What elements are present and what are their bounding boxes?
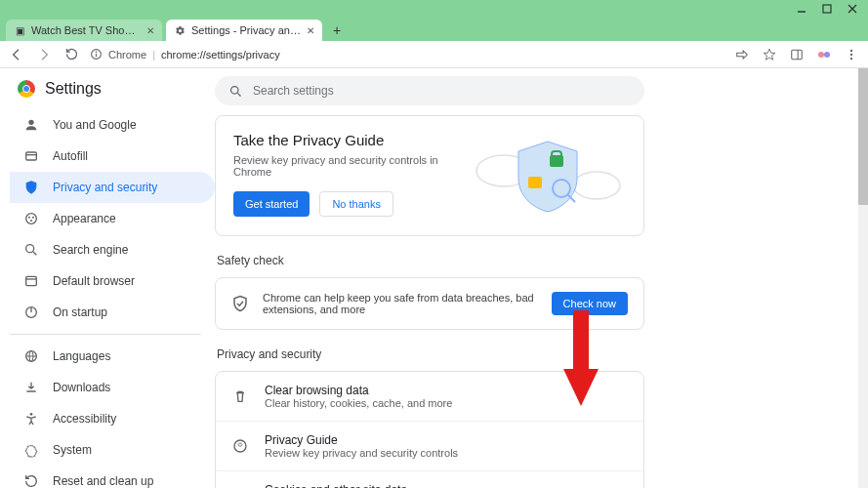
shield-check-icon <box>231 295 249 312</box>
svg-rect-0 <box>823 5 831 13</box>
nav-system[interactable]: System <box>10 434 215 466</box>
svg-point-18 <box>26 245 34 253</box>
nav-label: Accessibility <box>53 412 201 426</box>
omnibox-chip: Chrome <box>108 49 146 61</box>
window-minimize-button[interactable] <box>794 1 809 17</box>
row-cookies[interactable]: Cookies and other site data Third-party … <box>216 471 643 488</box>
svg-rect-3 <box>96 54 97 57</box>
get-started-button[interactable]: Get started <box>233 191 310 217</box>
svg-point-7 <box>824 52 830 58</box>
new-tab-button[interactable]: + <box>326 20 348 41</box>
share-icon[interactable] <box>733 46 751 63</box>
reload-button[interactable] <box>62 46 80 63</box>
nav-downloads[interactable]: Downloads <box>10 372 215 403</box>
nav-label: Default browser <box>53 274 201 288</box>
nav-label: Downloads <box>53 381 201 394</box>
row-privacy-guide[interactable]: Privacy Guide Review key privacy and sec… <box>216 422 643 471</box>
privacy-security-heading: Privacy and security <box>217 347 646 361</box>
window-close-button[interactable] <box>845 1 860 17</box>
power-icon <box>23 305 39 320</box>
svg-line-31 <box>237 93 240 96</box>
svg-point-6 <box>818 52 824 58</box>
settings-search[interactable] <box>215 76 644 105</box>
browser-menu-button[interactable] <box>843 46 860 63</box>
svg-point-17 <box>30 220 32 222</box>
nav-autofill[interactable]: Autofill <box>10 141 215 172</box>
tab-close-icon[interactable]: ✕ <box>307 25 314 36</box>
svg-point-14 <box>26 214 37 224</box>
tab-title: Settings - Privacy and security <box>191 24 301 36</box>
check-now-button[interactable]: Check now <box>552 292 628 315</box>
row-title: Clear browsing data <box>265 384 628 397</box>
settings-title: Settings <box>45 80 102 98</box>
tab-close-icon[interactable]: ✕ <box>146 25 154 36</box>
nav-languages[interactable]: Languages <box>10 341 215 372</box>
system-icon <box>23 442 39 458</box>
forward-button[interactable] <box>35 46 53 63</box>
nav-label: Reset and clean up <box>53 474 201 488</box>
svg-line-19 <box>33 252 36 255</box>
nav-search-engine[interactable]: Search engine <box>10 234 215 265</box>
browser-tab-1[interactable]: ▣ Watch Best TV Shows, Serials, S… ✕ <box>6 20 162 41</box>
window-maximize-button[interactable] <box>819 1 835 17</box>
safety-check-heading: Safety check <box>217 254 646 267</box>
svg-rect-36 <box>528 177 542 188</box>
nav-privacy-security[interactable]: Privacy and security <box>10 172 215 203</box>
svg-point-9 <box>850 53 852 55</box>
row-title: Cookies and other site data <box>265 483 628 488</box>
svg-rect-4 <box>792 50 803 59</box>
site-info-icon[interactable] <box>90 48 103 61</box>
bookmark-icon[interactable] <box>761 46 778 63</box>
svg-point-15 <box>28 217 30 219</box>
nav-label: On startup <box>53 305 201 319</box>
privacy-guide-promo: Take the Privacy Guide Review key privac… <box>215 115 644 236</box>
nav-divider <box>10 334 201 335</box>
browser-tabstrip: ▣ Watch Best TV Shows, Serials, S… ✕ Set… <box>0 18 868 41</box>
window-titlebar <box>0 0 868 18</box>
download-icon <box>23 380 39 395</box>
side-panel-icon[interactable] <box>788 46 806 63</box>
svg-point-8 <box>850 49 852 51</box>
settings-favicon-icon <box>174 24 186 36</box>
nav-default-browser[interactable]: Default browser <box>10 265 215 297</box>
nav-label: You and Google <box>53 118 201 132</box>
autofill-icon <box>23 148 39 164</box>
browser-icon <box>23 273 39 289</box>
svg-point-16 <box>32 217 34 219</box>
row-title: Privacy Guide <box>265 433 628 447</box>
svg-point-10 <box>850 57 852 59</box>
row-clear-browsing-data[interactable]: Clear browsing data Clear history, cooki… <box>216 372 643 422</box>
svg-rect-12 <box>26 152 37 160</box>
nav-label: Languages <box>53 349 201 363</box>
person-icon <box>23 117 39 133</box>
settings-search-input[interactable] <box>253 84 631 98</box>
svg-point-30 <box>231 86 239 94</box>
nav-reset[interactable]: Reset and clean up <box>10 466 215 488</box>
svg-rect-20 <box>26 276 37 285</box>
search-icon <box>23 242 39 258</box>
appearance-icon <box>23 211 39 226</box>
page-scrollbar-thumb[interactable] <box>858 68 868 205</box>
accessibility-icon <box>23 411 39 427</box>
row-subtitle: Clear history, cookies, cache, and more <box>265 397 628 409</box>
nav-label: Appearance <box>53 212 201 225</box>
profile-avatar-icon[interactable] <box>815 46 833 63</box>
omnibox-url: chrome://settings/privacy <box>161 49 280 61</box>
favicon-icon: ▣ <box>14 24 25 36</box>
back-button[interactable] <box>8 46 25 63</box>
svg-point-11 <box>28 120 33 125</box>
svg-point-27 <box>30 413 33 416</box>
address-bar[interactable]: Chrome | chrome://settings/privacy <box>90 48 723 61</box>
nav-appearance[interactable]: Appearance <box>10 203 215 234</box>
browser-tab-2[interactable]: Settings - Privacy and security ✕ <box>166 20 322 41</box>
nav-label: Privacy and security <box>53 181 201 194</box>
settings-header: Settings <box>10 80 215 109</box>
promo-subtitle: Review key privacy and security controls… <box>233 154 460 178</box>
nav-on-startup[interactable]: On startup <box>10 297 215 328</box>
chrome-logo-icon <box>18 80 35 98</box>
no-thanks-button[interactable]: No thanks <box>319 191 393 217</box>
svg-point-2 <box>96 52 98 54</box>
nav-accessibility[interactable]: Accessibility <box>10 403 215 434</box>
nav-you-and-google[interactable]: You and Google <box>10 109 215 141</box>
nav-label: System <box>53 443 201 457</box>
